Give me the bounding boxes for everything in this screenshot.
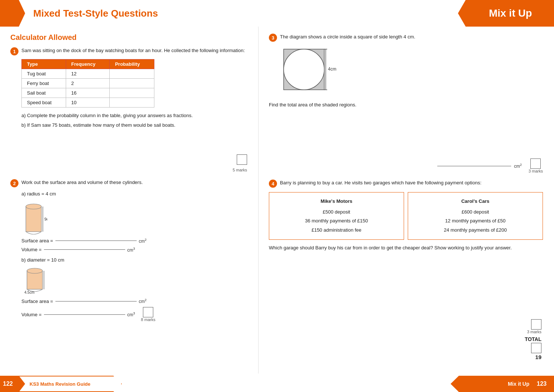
q3-row: 3 The diagram shows a circle inside a sq… — [269, 33, 543, 42]
q3-marks: 3 marks — [529, 169, 543, 173]
freq-speed: 10 — [66, 98, 110, 108]
q2b-surface-row: Surface area = cm2 — [21, 298, 247, 304]
surface-area-unit-b: cm2 — [139, 298, 147, 304]
cylinder-a-drawing: 9cm — [21, 200, 47, 235]
mikes-detail3: £150 administration fee — [275, 226, 398, 235]
question-2: 2 Work out the surface area and volume o… — [10, 179, 247, 322]
freq-ferry: 2 — [66, 79, 110, 88]
col-frequency: Frequency — [66, 59, 110, 69]
volume-unit-b: cm3 — [127, 311, 135, 317]
q2-row: 2 Work out the surface area and volume o… — [10, 179, 247, 187]
svg-point-9 — [284, 49, 324, 90]
svg-point-1 — [26, 204, 41, 209]
header-left-accent — [0, 0, 25, 27]
prob-sail — [110, 88, 154, 98]
type-tug: Tug boat — [22, 69, 66, 79]
q1-row: 1 Sam was sitting on the dock of the bay… — [10, 47, 247, 55]
q4-answer-box — [531, 319, 541, 330]
right-column: 3 The diagram shows a circle inside a sq… — [259, 27, 554, 374]
mikes-detail2: 36 monthly payments of £150 — [275, 217, 398, 226]
q1-number: 1 — [10, 47, 18, 55]
freq-sail: 16 — [66, 88, 110, 98]
prob-ferry — [110, 79, 154, 88]
q2b-volume-row: Volume = cm3 8 marks — [21, 307, 247, 322]
prob-tug — [110, 69, 154, 79]
mikes-motors-box: Mike's Motors £500 deposit 36 monthly pa… — [269, 192, 404, 240]
q2-part-b-label: b) diameter = 10 cm — [21, 256, 247, 264]
q2-text: Work out the surface area and volume of … — [21, 179, 247, 186]
footer: 122 KS3 Maths Revision Guide Mix it Up 1… — [0, 376, 554, 392]
table-row: Speed boat 10 — [22, 98, 154, 108]
mikes-name: Mike's Motors — [275, 197, 398, 206]
freq-tug: 12 — [66, 69, 110, 79]
circle-square-svg: 4cm — [280, 45, 339, 97]
svg-text:4cm: 4cm — [328, 67, 336, 72]
q2-marks: 8 marks — [141, 317, 155, 322]
volume-line-a — [44, 249, 125, 250]
col-type: Type — [22, 59, 66, 69]
payment-boxes: Mike's Motors £500 deposit 36 monthly pa… — [269, 192, 543, 240]
header-right-badge: Mix it Up — [458, 0, 554, 27]
col-probability: Probability — [110, 59, 154, 69]
footer-page-left: 122 — [3, 381, 13, 387]
svg-text:9cm: 9cm — [44, 217, 47, 221]
q3-number: 3 — [269, 34, 277, 42]
table-row: Tug boat 12 — [22, 69, 154, 79]
total-label: TOTAL — [525, 336, 541, 342]
main-content: Calculator Allowed 1 Sam was sitting on … — [0, 27, 554, 374]
question-4: 4 Barry is planning to buy a car. He vis… — [269, 179, 543, 360]
q3-find-text: Find the total area of the shaded region… — [269, 102, 356, 108]
q2a-surface-row: Surface area = cm2 — [21, 238, 247, 244]
q3-unit: cm2 — [514, 163, 522, 169]
carols-detail2: 12 monthly payments of £50 — [414, 217, 537, 226]
prob-speed — [110, 98, 154, 108]
q4-text: Barry is planning to buy a car. He visit… — [280, 179, 543, 187]
volume-unit-a: cm3 — [127, 247, 135, 253]
page-title: Mixed Test-Style Questions — [30, 8, 158, 19]
total-box — [531, 343, 541, 353]
q2a-volume-row: Volume = cm3 — [21, 247, 247, 253]
section-heading: Calculator Allowed — [10, 33, 247, 42]
q4-row: 4 Barry is planning to buy a car. He vis… — [269, 179, 543, 188]
footer-page-right: 123 — [537, 381, 547, 387]
mikes-detail1: £500 deposit — [275, 208, 398, 217]
q4-marks: 3 marks — [527, 330, 541, 334]
footer-right: Mix it Up 123 — [451, 376, 554, 392]
total-value: 19 — [535, 354, 541, 360]
surface-area-label-a: Surface area = — [21, 238, 53, 243]
footer-left: 122 KS3 Maths Revision Guide — [0, 376, 126, 392]
total-section: 3 marks TOTAL 19 — [269, 319, 541, 360]
type-speed: Speed boat — [22, 98, 66, 108]
table-row: Sail boat 16 — [22, 88, 154, 98]
q1-answer-box — [237, 154, 247, 165]
type-ferry: Ferry boat — [22, 79, 66, 88]
q4-question: Which garage should Barry buy his car fr… — [269, 245, 512, 250]
left-column: Calculator Allowed 1 Sam was sitting on … — [0, 27, 259, 374]
question-1: 1 Sam was sitting on the dock of the bay… — [10, 47, 247, 172]
svg-rect-0 — [26, 207, 41, 232]
surface-area-label-b: Surface area = — [21, 299, 53, 304]
surface-area-unit-a: cm2 — [139, 238, 147, 244]
type-sail: Sail boat — [22, 88, 66, 98]
surface-area-line-a — [55, 241, 137, 241]
q1-part-b: b) If Sam saw 75 boats, estimate how man… — [21, 122, 247, 129]
carols-cars-box: Carol's Cars £600 deposit 12 monthly pay… — [408, 192, 543, 240]
carols-detail1: £600 deposit — [414, 208, 537, 217]
volume-line-b — [44, 314, 125, 315]
svg-text:4.5cm: 4.5cm — [24, 290, 34, 294]
q1-part-a: a) Complete the probability column in th… — [21, 112, 247, 119]
q2-number: 2 — [10, 179, 18, 187]
question-3: 3 The diagram shows a circle inside a sq… — [269, 33, 543, 173]
q3-text: The diagram shows a circle inside a squa… — [280, 33, 543, 41]
q1-text: Sam was sitting on the dock of the bay w… — [21, 47, 247, 54]
header: Mixed Test-Style Questions Mix it Up — [0, 0, 554, 27]
svg-point-5 — [27, 268, 42, 273]
surface-area-line-b — [55, 301, 137, 301]
mix-it-up-badge: Mix it Up — [480, 7, 532, 19]
volume-label-a: Volume = — [21, 247, 42, 252]
footer-mix-it-up: Mix it Up — [499, 381, 529, 387]
q3-answer-box — [530, 158, 541, 169]
cylinder-b-drawing: 4.5cm — [21, 266, 51, 295]
carols-name: Carol's Cars — [414, 197, 537, 206]
circle-square-diagram: 4cm — [280, 45, 543, 98]
